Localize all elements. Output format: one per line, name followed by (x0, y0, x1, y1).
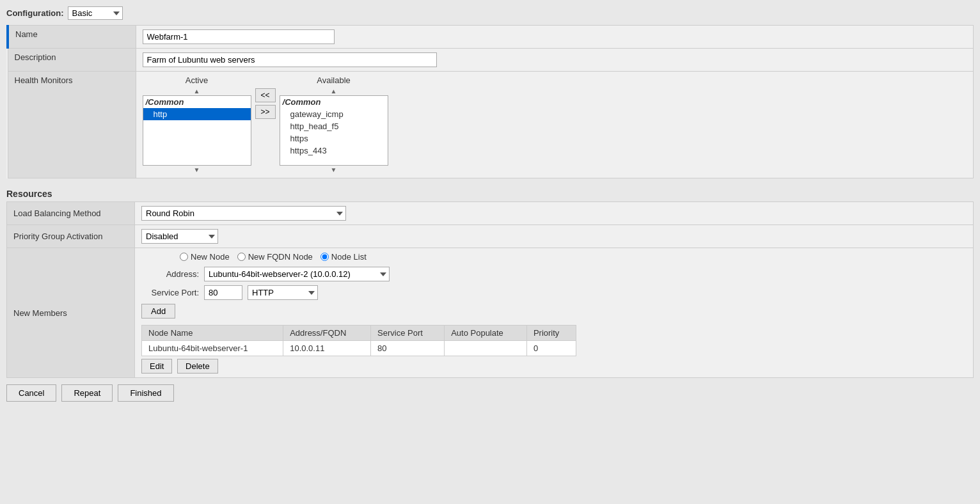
active-item-http[interactable]: http (143, 108, 251, 120)
service-protocol-select[interactable]: HTTP HTTPS FTP Other (248, 285, 318, 300)
address-select[interactable]: Lubuntu-64bit-webserver-2 (10.0.0.12) Lu… (204, 267, 390, 281)
available-scroll-up[interactable]: ▲ (329, 87, 339, 95)
description-cell (136, 49, 974, 72)
members-table: Node Name Address/FQDN Service Port Auto… (141, 325, 576, 356)
lb-method-select[interactable]: Round Robin Least Connections Fastest Ob… (141, 206, 346, 221)
cell-node-name: Lubuntu-64bit-webserver-1 (142, 341, 283, 356)
radio-new-fqdn-node[interactable]: New FQDN Node (237, 252, 313, 262)
cell-auto-populate (445, 341, 527, 356)
available-scroll-down[interactable]: ▼ (329, 166, 339, 174)
available-monitor-list[interactable]: /Common gateway_icmp http_head_f5 https … (280, 95, 388, 166)
available-group-header: /Common (280, 96, 388, 108)
active-label: Active (186, 75, 208, 85)
footer-bar: Cancel Repeat Finished (6, 378, 974, 404)
priority-group-cell: Disabled Enabled (135, 225, 974, 248)
health-monitors-cell: Active ▲ /Common http ▼ << (136, 72, 974, 178)
resources-section-header: Resources (6, 185, 974, 201)
radio-node-list[interactable]: Node List (320, 252, 367, 262)
table-row[interactable]: Lubuntu-64bit-webserver-1 10.0.0.11 80 0 (142, 341, 576, 356)
finished-button[interactable]: Finished (118, 384, 173, 402)
description-input[interactable] (143, 52, 437, 67)
health-monitors-label: Health Monitors (8, 72, 136, 178)
active-scroll-down[interactable]: ▼ (192, 166, 202, 174)
priority-group-label: Priority Group Activation (7, 225, 135, 248)
cell-address: 10.0.0.11 (283, 341, 371, 356)
col-service-port: Service Port (371, 326, 445, 341)
col-priority: Priority (526, 326, 576, 341)
add-to-active-btn[interactable]: << (255, 88, 276, 102)
add-member-btn[interactable]: Add (141, 304, 175, 319)
priority-group-select[interactable]: Disabled Enabled (141, 229, 218, 244)
radio-new-node-input[interactable] (180, 253, 188, 261)
edit-member-btn[interactable]: Edit (141, 359, 172, 374)
col-address-fqdn: Address/FQDN (283, 326, 371, 341)
delete-member-btn[interactable]: Delete (177, 359, 218, 374)
radio-new-fqdn-node-label: New FQDN Node (248, 252, 313, 262)
available-label: Available (317, 75, 351, 85)
radio-node-list-input[interactable] (320, 253, 329, 261)
col-node-name: Node Name (142, 326, 283, 341)
radio-new-fqdn-node-input[interactable] (237, 253, 246, 261)
lb-method-label: Load Balancing Method (7, 202, 135, 225)
config-select[interactable]: Basic Advanced (68, 6, 123, 20)
new-members-cell: New Node New FQDN Node Node List Address… (135, 248, 974, 378)
cell-service-port: 80 (371, 341, 445, 356)
repeat-button[interactable]: Repeat (61, 384, 113, 402)
cancel-button[interactable]: Cancel (6, 384, 56, 402)
name-label: Name (8, 26, 136, 49)
available-item-http-head-f5[interactable]: http_head_f5 (280, 120, 388, 132)
address-label: Address: (141, 269, 199, 279)
available-item-https[interactable]: https (280, 132, 388, 145)
service-port-label: Service Port: (141, 288, 199, 297)
lb-method-cell: Round Robin Least Connections Fastest Ob… (135, 202, 974, 225)
col-auto-populate: Auto Populate (445, 326, 527, 341)
name-cell (136, 26, 974, 49)
new-members-label: New Members (7, 248, 135, 378)
service-port-input[interactable] (204, 285, 242, 300)
active-group-header: /Common (143, 96, 251, 108)
available-item-gateway-icmp[interactable]: gateway_icmp (280, 108, 388, 120)
active-monitor-list[interactable]: /Common http (143, 95, 251, 166)
radio-new-node[interactable]: New Node (180, 252, 230, 262)
radio-new-node-label: New Node (191, 252, 230, 262)
config-label: Configuration: (6, 8, 64, 18)
name-input[interactable] (143, 29, 335, 44)
radio-node-list-label: Node List (331, 252, 367, 262)
active-scroll-up[interactable]: ▲ (192, 87, 202, 95)
remove-from-active-btn[interactable]: >> (255, 105, 276, 119)
description-label: Description (8, 49, 136, 72)
cell-priority: 0 (526, 341, 576, 356)
available-item-https-443[interactable]: https_443 (280, 145, 388, 157)
